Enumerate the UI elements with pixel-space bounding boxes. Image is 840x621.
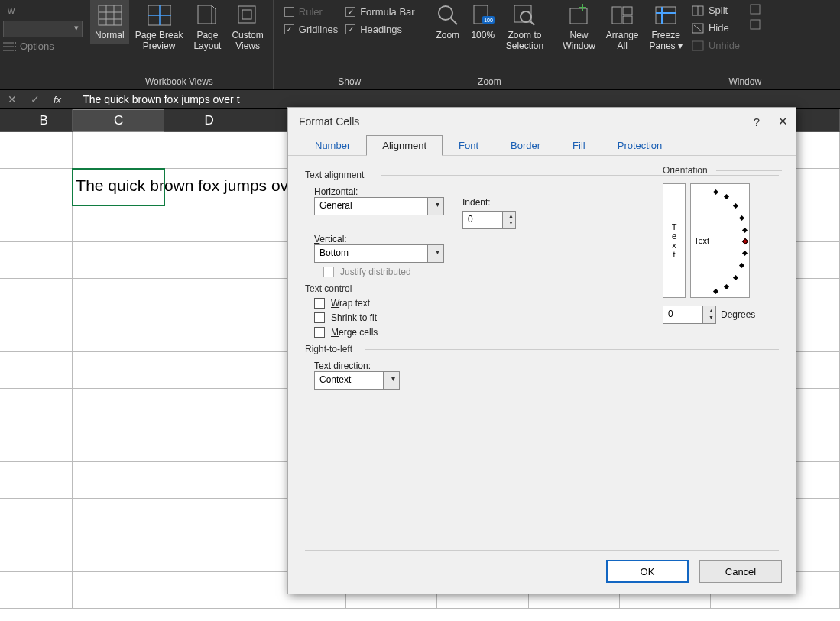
page-break-preview-button[interactable]: Page Break Preview bbox=[131, 0, 188, 54]
svg-rect-22 bbox=[514, 5, 531, 22]
cell-text: The quick brown fox jumps over the lazy … bbox=[73, 169, 164, 202]
normal-view-button[interactable]: Normal bbox=[90, 0, 129, 44]
svg-rect-39 bbox=[692, 41, 703, 50]
help-icon[interactable]: ? bbox=[754, 115, 760, 128]
fx-icon[interactable]: fx bbox=[54, 94, 61, 105]
horizontal-combo[interactable]: General bbox=[314, 197, 444, 215]
svg-rect-16 bbox=[242, 10, 251, 19]
svg-rect-29 bbox=[623, 7, 632, 15]
group-label: Workbook Views bbox=[145, 76, 213, 87]
page-layout-button[interactable]: Page Layout bbox=[189, 0, 225, 54]
formula-input[interactable]: The quick brown fox jumps over t bbox=[69, 93, 239, 105]
orientation-vertical-button[interactable]: Text bbox=[663, 183, 686, 298]
zoom-100-icon: 100 bbox=[471, 3, 495, 27]
ok-button[interactable]: OK bbox=[606, 560, 689, 583]
svg-rect-30 bbox=[623, 16, 632, 24]
text-direction-combo[interactable]: Context bbox=[314, 371, 400, 390]
custom-views-icon bbox=[235, 3, 260, 27]
headings-checkbox[interactable]: Headings bbox=[342, 22, 418, 37]
arrange-all-button[interactable]: Arrange All bbox=[602, 0, 644, 54]
unhide-button: Unhide bbox=[689, 38, 743, 53]
hide-icon bbox=[692, 23, 704, 34]
svg-point-5 bbox=[15, 50, 16, 51]
tab-font[interactable]: Font bbox=[443, 135, 495, 156]
svg-rect-31 bbox=[656, 7, 676, 24]
col-header-c[interactable]: C bbox=[73, 109, 164, 132]
ribbon-small-button[interactable]: w bbox=[3, 3, 83, 18]
merge-cells-checkbox[interactable]: Merge cells bbox=[314, 327, 779, 338]
col-header[interactable] bbox=[0, 109, 15, 132]
magnifier-icon bbox=[436, 3, 460, 27]
custom-views-button[interactable]: Custom Views bbox=[227, 0, 268, 54]
col-header-b[interactable]: B bbox=[15, 109, 73, 132]
zoom-selection-button[interactable]: Zoom to Selection bbox=[501, 0, 548, 54]
group-window: New Window Arrange All * Freeze Panes ▾ … bbox=[553, 0, 769, 89]
degrees-spinner[interactable]: 0▲▼ bbox=[663, 306, 716, 324]
ruler-checkbox: Ruler bbox=[281, 5, 341, 19]
zoom-combo[interactable] bbox=[3, 21, 83, 37]
zoom-100-button[interactable]: 100 100% bbox=[466, 0, 500, 44]
cancel-icon[interactable]: ✕ bbox=[8, 93, 17, 105]
svg-point-3 bbox=[15, 42, 16, 44]
col-header-d[interactable]: D bbox=[164, 109, 255, 132]
options-button[interactable]: Options bbox=[3, 40, 83, 52]
new-window-button[interactable]: New Window bbox=[558, 0, 600, 54]
unhide-icon bbox=[692, 40, 704, 51]
ribbon: w Options Normal Page Break Preview Page… bbox=[0, 0, 840, 89]
orientation-dial[interactable]: Text bbox=[690, 183, 750, 298]
rtl-group: Right-to-left bbox=[305, 344, 779, 354]
tab-alignment[interactable]: Alignment bbox=[366, 135, 443, 156]
svg-rect-15 bbox=[238, 6, 255, 23]
freeze-panes-icon: * bbox=[654, 3, 678, 27]
enter-icon[interactable]: ✓ bbox=[31, 93, 40, 105]
group-show: Ruler Gridlines Formula Bar Headings Sho… bbox=[274, 0, 426, 89]
gridlines-checkbox[interactable]: Gridlines bbox=[281, 22, 341, 37]
tab-number[interactable]: Number bbox=[299, 135, 366, 156]
split-icon bbox=[692, 5, 704, 16]
group-label: Show bbox=[338, 76, 361, 87]
cancel-button[interactable]: Cancel bbox=[699, 560, 782, 583]
more-icon[interactable] bbox=[749, 3, 764, 15]
page-break-icon bbox=[147, 3, 171, 27]
svg-rect-40 bbox=[751, 5, 760, 14]
tab-fill[interactable]: Fill bbox=[556, 135, 602, 156]
group-label: Zoom bbox=[478, 76, 501, 87]
freeze-panes-button[interactable]: * Freeze Panes ▾ bbox=[645, 0, 687, 54]
tab-border[interactable]: Border bbox=[495, 135, 556, 156]
svg-point-4 bbox=[15, 46, 16, 47]
group-label: Window bbox=[728, 76, 761, 87]
svg-point-17 bbox=[439, 6, 452, 20]
svg-rect-14 bbox=[198, 5, 212, 24]
zoom-selection-icon bbox=[512, 3, 537, 27]
close-icon[interactable]: ✕ bbox=[778, 115, 788, 128]
divider bbox=[305, 550, 779, 551]
format-cells-dialog: Format Cells ? ✕ Number Alignment Font B… bbox=[287, 107, 796, 594]
formula-bar-checkbox[interactable]: Formula Bar bbox=[342, 5, 418, 19]
normal-view-icon bbox=[97, 3, 122, 27]
svg-point-23 bbox=[521, 11, 531, 22]
tab-protection[interactable]: Protection bbox=[602, 135, 679, 156]
vertical-combo[interactable]: Bottom bbox=[314, 244, 444, 263]
svg-rect-25 bbox=[570, 8, 587, 24]
svg-line-38 bbox=[694, 25, 702, 31]
dialog-tabs: Number Alignment Font Border Fill Protec… bbox=[288, 135, 796, 156]
svg-line-18 bbox=[451, 18, 457, 24]
more-icon-2[interactable] bbox=[749, 18, 764, 31]
dialog-titlebar[interactable]: Format Cells ? ✕ bbox=[288, 108, 796, 135]
arrange-all-icon bbox=[610, 3, 634, 27]
svg-text:100: 100 bbox=[484, 18, 493, 23]
group-workbook-views: Normal Page Break Preview Page Layout Cu… bbox=[86, 0, 274, 89]
svg-rect-6 bbox=[99, 5, 122, 25]
split-button[interactable]: Split bbox=[689, 3, 743, 18]
indent-spinner[interactable]: 0▲▼ bbox=[462, 211, 516, 229]
ribbon-left: w Options bbox=[0, 0, 86, 89]
page-layout-icon bbox=[195, 3, 219, 27]
selected-cell[interactable]: The quick brown fox jumps over the lazy … bbox=[73, 169, 164, 205]
svg-line-24 bbox=[530, 21, 534, 25]
zoom-button[interactable]: Zoom bbox=[431, 0, 465, 44]
new-window-icon bbox=[566, 3, 591, 27]
svg-rect-28 bbox=[612, 7, 621, 24]
hide-button[interactable]: Hide bbox=[689, 21, 743, 35]
group-zoom: Zoom 100 100% Zoom to Selection Zoom bbox=[426, 0, 553, 89]
orientation-group: Orientation Text Text bbox=[663, 165, 782, 324]
